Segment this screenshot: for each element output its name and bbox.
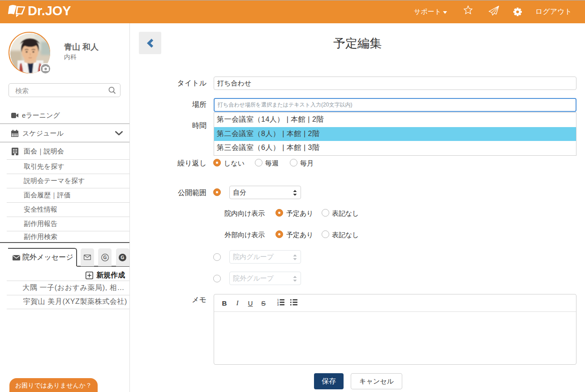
svg-text:3: 3: [277, 303, 279, 306]
svg-text:G: G: [103, 255, 107, 260]
svg-text:G: G: [121, 255, 125, 260]
